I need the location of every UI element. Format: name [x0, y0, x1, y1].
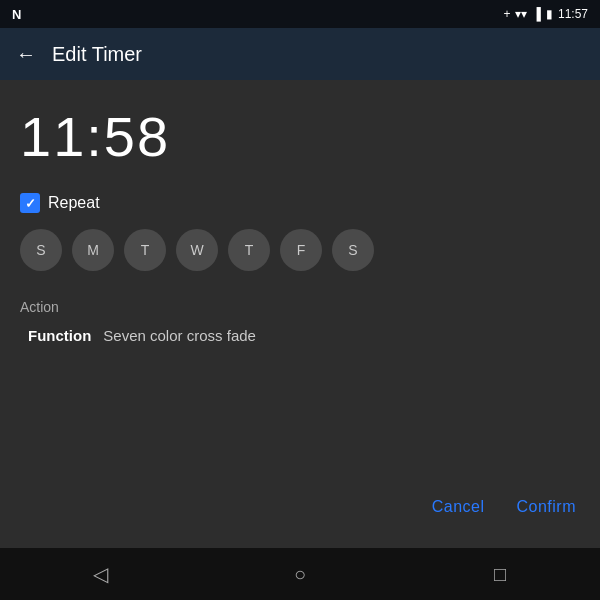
- status-bar-left: N: [12, 7, 21, 22]
- confirm-button[interactable]: Confirm: [512, 490, 580, 524]
- repeat-row: ✓ Repeat: [20, 193, 580, 213]
- day-wednesday[interactable]: W: [176, 229, 218, 271]
- button-row: Cancel Confirm: [20, 482, 580, 532]
- day-thursday[interactable]: T: [228, 229, 270, 271]
- bottom-nav: ◁ ○ □: [0, 548, 600, 600]
- cancel-button[interactable]: Cancel: [428, 490, 489, 524]
- function-value: Seven color cross fade: [103, 327, 256, 344]
- day-friday[interactable]: F: [280, 229, 322, 271]
- status-bar-right: + ▾▾ ▐ ▮ 11:57: [503, 7, 588, 21]
- day-saturday[interactable]: S: [332, 229, 374, 271]
- notification-icon: N: [12, 7, 21, 22]
- day-sunday[interactable]: S: [20, 229, 62, 271]
- day-monday[interactable]: M: [72, 229, 114, 271]
- action-row: Function Seven color cross fade: [20, 323, 580, 348]
- signal-icon: ▐: [532, 7, 541, 21]
- day-buttons: S M T W T F S: [20, 229, 580, 271]
- battery-icon: ▮: [546, 7, 553, 21]
- page-title: Edit Timer: [52, 43, 142, 66]
- main-content: 11:58 ✓ Repeat S M T W T F S Action Func…: [0, 80, 600, 548]
- nav-recents-button[interactable]: □: [480, 554, 520, 594]
- timer-display[interactable]: 11:58: [20, 104, 580, 169]
- checkbox-check-icon: ✓: [25, 196, 36, 211]
- repeat-checkbox[interactable]: ✓: [20, 193, 40, 213]
- wifi-icon: ▾▾: [515, 7, 527, 21]
- action-section-label: Action: [20, 299, 580, 315]
- top-bar: ← Edit Timer: [0, 28, 600, 80]
- repeat-label: Repeat: [48, 194, 100, 212]
- back-button[interactable]: ←: [16, 43, 36, 66]
- nav-home-button[interactable]: ○: [280, 554, 320, 594]
- status-bar: N + ▾▾ ▐ ▮ 11:57: [0, 0, 600, 28]
- function-label: Function: [28, 327, 91, 344]
- status-time: 11:57: [558, 7, 588, 21]
- bluetooth-icon: +: [503, 7, 510, 21]
- nav-back-button[interactable]: ◁: [80, 554, 120, 594]
- day-tuesday[interactable]: T: [124, 229, 166, 271]
